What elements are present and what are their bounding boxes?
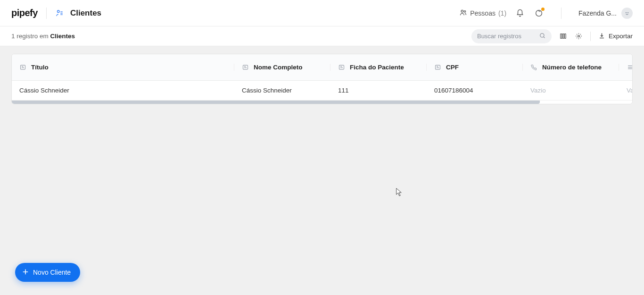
cell-extra: Vaz bbox=[619, 87, 633, 94]
column-label: Número de telefone bbox=[542, 64, 602, 71]
avatar bbox=[621, 8, 633, 19]
table-header-row: Título Nome Completo Ficha do Paciente C… bbox=[12, 54, 632, 81]
export-label: Exportar bbox=[609, 33, 633, 40]
column-header-ficha[interactable]: Ficha do Paciente bbox=[330, 64, 427, 71]
new-record-button[interactable]: Novo Cliente bbox=[15, 263, 80, 282]
column-label: Ficha do Paciente bbox=[350, 64, 404, 71]
svg-point-8 bbox=[627, 12, 628, 13]
svg-rect-15 bbox=[21, 65, 25, 69]
toolbar-divider bbox=[590, 32, 591, 41]
svg-rect-12 bbox=[562, 34, 564, 39]
app-logo[interactable]: pipefy bbox=[11, 8, 38, 18]
header-divider-right bbox=[561, 8, 561, 19]
svg-point-4 bbox=[461, 10, 463, 12]
cell-nome: Cássio Schneider bbox=[234, 87, 330, 94]
bell-icon[interactable] bbox=[515, 8, 525, 18]
page-title: Clientes bbox=[70, 8, 101, 18]
cell-ficha: 111 bbox=[330, 87, 427, 94]
svg-rect-11 bbox=[561, 34, 562, 39]
count-prefix: 1 registro em bbox=[11, 33, 50, 40]
header-divider bbox=[46, 8, 47, 19]
people-label: Pessoas bbox=[470, 9, 495, 17]
cursor-icon bbox=[396, 188, 403, 197]
plus-icon bbox=[22, 268, 29, 277]
column-header-more[interactable] bbox=[619, 64, 633, 71]
cell-telefone: Vazio bbox=[523, 87, 619, 94]
column-label: CPF bbox=[446, 64, 459, 71]
gear-icon[interactable] bbox=[575, 32, 583, 40]
records-table: Título Nome Completo Ficha do Paciente C… bbox=[11, 54, 633, 104]
org-switcher[interactable]: Fazenda G... bbox=[578, 8, 633, 19]
org-name: Fazenda G... bbox=[578, 9, 617, 17]
search-icon bbox=[539, 32, 546, 41]
download-icon bbox=[598, 32, 605, 41]
export-button[interactable]: Exportar bbox=[598, 32, 633, 41]
logo-text: pipefy bbox=[11, 8, 38, 18]
svg-point-5 bbox=[464, 10, 466, 12]
svg-rect-17 bbox=[339, 65, 344, 69]
table-row[interactable]: Cássio Schneider Cássio Schneider 111 01… bbox=[12, 81, 632, 101]
columns-icon[interactable] bbox=[559, 32, 567, 40]
svg-rect-16 bbox=[243, 65, 248, 69]
svg-point-9 bbox=[540, 33, 544, 37]
count-entity: Clientes bbox=[50, 33, 75, 40]
toolbar: 1 registro em Clientes Exportar bbox=[0, 26, 644, 46]
list-icon bbox=[627, 64, 633, 71]
scrollbar-thumb[interactable] bbox=[12, 101, 540, 104]
whats-new-icon[interactable] bbox=[534, 8, 544, 18]
svg-point-14 bbox=[578, 35, 579, 37]
text-field-icon bbox=[338, 64, 345, 71]
svg-rect-13 bbox=[564, 34, 566, 39]
text-field-icon bbox=[19, 64, 26, 71]
table-area: Título Nome Completo Ficha do Paciente C… bbox=[0, 46, 644, 104]
horizontal-scrollbar[interactable] bbox=[12, 101, 632, 104]
column-label: Título bbox=[31, 64, 49, 71]
svg-point-7 bbox=[626, 12, 626, 13]
svg-rect-18 bbox=[436, 65, 440, 69]
column-header-cpf[interactable]: CPF bbox=[427, 64, 523, 71]
svg-point-0 bbox=[57, 10, 59, 13]
database-icon[interactable] bbox=[55, 9, 64, 17]
people-icon bbox=[459, 8, 467, 18]
search-input[interactable] bbox=[477, 33, 535, 40]
text-field-icon bbox=[242, 64, 249, 71]
column-header-titulo[interactable]: Título bbox=[12, 64, 234, 71]
search-box[interactable] bbox=[471, 29, 552, 43]
record-count: 1 registro em Clientes bbox=[11, 33, 75, 40]
phone-icon bbox=[530, 64, 537, 71]
people-count: (1) bbox=[498, 9, 506, 17]
column-header-nome[interactable]: Nome Completo bbox=[234, 64, 330, 71]
app-header: pipefy Clientes Pessoas (1) bbox=[0, 0, 644, 26]
column-header-telefone[interactable]: Número de telefone bbox=[523, 64, 619, 71]
people-link[interactable]: Pessoas (1) bbox=[459, 8, 506, 18]
text-field-icon bbox=[434, 64, 441, 71]
notification-dot bbox=[541, 8, 545, 11]
column-label: Nome Completo bbox=[254, 64, 303, 71]
fab-label: Novo Cliente bbox=[33, 269, 71, 276]
cell-titulo: Cássio Schneider bbox=[12, 87, 234, 94]
svg-line-10 bbox=[544, 36, 545, 38]
cell-cpf: 01607186004 bbox=[427, 87, 523, 94]
